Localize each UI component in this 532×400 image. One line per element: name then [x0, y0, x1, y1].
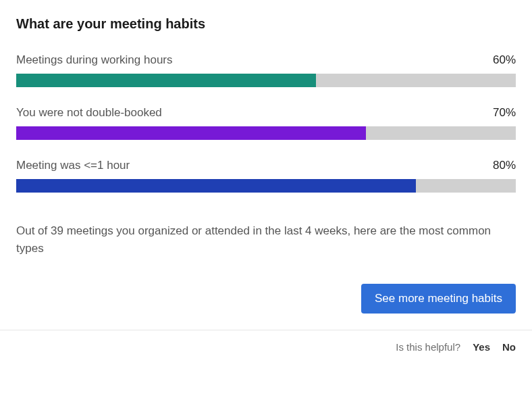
section-title: What are your meeting habits — [16, 16, 516, 32]
habit-row: Meeting was <=1 hour80% — [16, 159, 516, 172]
feedback-prompt: Is this helpful? — [396, 341, 460, 353]
habit-label: Meeting was <=1 hour — [16, 159, 130, 172]
habit-item: You were not double-booked70% — [16, 106, 516, 140]
feedback-no-button[interactable]: No — [502, 341, 516, 353]
cta-row: See more meeting habits — [16, 284, 516, 314]
habit-label: You were not double-booked — [16, 106, 162, 120]
habit-percent: 80% — [493, 159, 516, 172]
bar-fill — [16, 179, 416, 193]
habits-list: Meetings during working hours60%You were… — [16, 53, 516, 211]
feedback-row: Is this helpful? Yes No — [16, 330, 516, 364]
habit-percent: 70% — [493, 106, 516, 120]
bar-track — [16, 126, 516, 140]
bar-track — [16, 74, 516, 87]
habit-item: Meeting was <=1 hour80% — [16, 159, 516, 193]
see-more-button[interactable]: See more meeting habits — [361, 284, 516, 314]
bar-fill — [16, 126, 366, 140]
habit-row: Meetings during working hours60% — [16, 53, 516, 67]
habit-percent: 60% — [493, 53, 516, 67]
summary-text: Out of 39 meetings you organized or atte… — [16, 222, 516, 257]
habit-label: Meetings during working hours — [16, 53, 173, 67]
feedback-yes-button[interactable]: Yes — [473, 341, 490, 353]
bar-fill — [16, 74, 316, 87]
bar-track — [16, 179, 516, 193]
habit-item: Meetings during working hours60% — [16, 53, 516, 87]
habit-row: You were not double-booked70% — [16, 106, 516, 120]
